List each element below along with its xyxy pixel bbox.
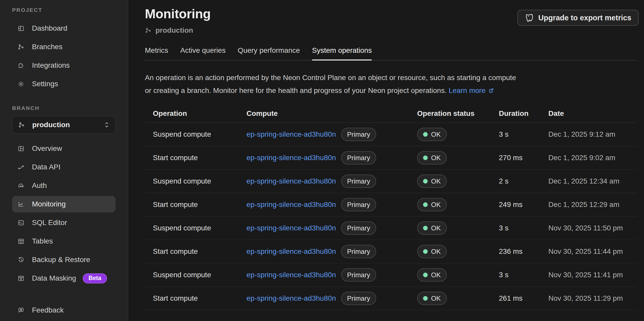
compute-cell: ep-spring-silence-ad3hu80nPrimary <box>246 221 417 235</box>
sidebar-item-data-masking[interactable]: Data MaskingBeta <box>12 269 115 288</box>
sql-editor-icon <box>18 219 24 226</box>
status-cell: OK <box>417 245 499 258</box>
status-cell: OK <box>417 221 499 235</box>
sidebar-item-label: Feedback <box>32 306 64 314</box>
status-label: OK <box>431 178 441 185</box>
compute-endpoint-link[interactable]: ep-spring-silence-ad3hu80n <box>246 130 336 138</box>
breadcrumb: production <box>145 26 644 34</box>
project-nav: DashboardBranchesIntegrationsSettings <box>0 19 128 93</box>
auth-icon <box>18 182 24 189</box>
date-cell: Dec 1, 2025 12:29 am <box>548 201 637 209</box>
primary-badge: Primary <box>341 175 376 188</box>
learn-more-link[interactable]: Learn more <box>449 86 485 94</box>
sidebar-item-sql-editor[interactable]: SQL Editor <box>12 213 115 232</box>
neon-console-app: PROJECT DashboardBranchesIntegrationsSet… <box>0 0 644 321</box>
compute-endpoint-link[interactable]: ep-spring-silence-ad3hu80n <box>246 271 336 279</box>
primary-badge: Primary <box>341 128 376 141</box>
tables-icon <box>18 238 24 245</box>
sidebar-item-label: SQL Editor <box>32 219 67 227</box>
date-cell: Nov 30, 2025 11:29 pm <box>548 294 637 302</box>
status-badge: OK <box>417 175 447 188</box>
sidebar-item-backup-restore[interactable]: Backup & Restore <box>12 250 115 269</box>
primary-badge: Primary <box>341 198 376 211</box>
status-ok-dot <box>423 249 428 254</box>
branch-selector[interactable]: production <box>12 116 115 134</box>
column-header-compute: Compute <box>246 109 417 118</box>
column-header-date: Date <box>548 109 637 118</box>
sidebar-item-label: Monitoring <box>32 200 66 208</box>
table-row: Suspend computeep-spring-silence-ad3hu80… <box>145 170 637 193</box>
tab-system-operations[interactable]: System operations <box>312 46 372 60</box>
compute-endpoint-link[interactable]: ep-spring-silence-ad3hu80n <box>246 154 336 162</box>
description-line-1: An operation is an action performed by t… <box>145 74 516 82</box>
status-ok-dot <box>423 202 428 207</box>
project-section-label: PROJECT <box>12 7 128 13</box>
compute-endpoint-link[interactable]: ep-spring-silence-ad3hu80n <box>246 201 336 209</box>
tab-query-performance[interactable]: Query performance <box>238 46 300 60</box>
compute-cell: ep-spring-silence-ad3hu80nPrimary <box>246 268 417 282</box>
branch-section-label: BRANCH <box>12 105 128 111</box>
duration-cell: 249 ms <box>499 201 548 209</box>
sidebar-item-overview[interactable]: Overview <box>12 139 115 158</box>
status-ok-dot <box>423 273 428 277</box>
chevron-up-down-icon <box>103 120 111 129</box>
sidebar-footer-nav: Feedback <box>0 301 128 319</box>
sidebar-item-feedback[interactable]: Feedback <box>12 301 115 319</box>
compute-endpoint-link[interactable]: ep-spring-silence-ad3hu80n <box>246 224 336 232</box>
operations-table: OperationComputeOperation statusDuration… <box>145 104 637 310</box>
table-header-row: OperationComputeOperation statusDuration… <box>145 104 637 123</box>
sidebar-item-settings[interactable]: Settings <box>12 75 115 93</box>
branches-icon <box>18 44 24 50</box>
branch-nav: OverviewData APIAuthMonitoringSQL Editor… <box>0 139 128 288</box>
table-row: Suspend computeep-spring-silence-ad3hu80… <box>145 216 637 240</box>
status-label: OK <box>431 272 441 278</box>
sidebar-item-auth[interactable]: Auth <box>12 176 115 195</box>
tab-bar: MetricsActive queriesQuery performanceSy… <box>145 46 637 60</box>
data-masking-icon <box>18 275 24 282</box>
compute-endpoint-link[interactable]: ep-spring-silence-ad3hu80n <box>246 294 336 302</box>
operation-cell: Start compute <box>153 294 246 302</box>
date-cell: Dec 1, 2025 9:02 am <box>548 154 637 162</box>
status-badge: OK <box>417 198 447 211</box>
sidebar-item-dashboard[interactable]: Dashboard <box>12 19 115 38</box>
compute-endpoint-link[interactable]: ep-spring-silence-ad3hu80n <box>246 177 336 185</box>
status-cell: OK <box>417 128 499 141</box>
primary-badge: Primary <box>341 151 376 164</box>
date-cell: Nov 30, 2025 11:50 pm <box>548 224 637 232</box>
compute-endpoint-link[interactable]: ep-spring-silence-ad3hu80n <box>246 247 336 256</box>
overview-icon <box>18 145 24 152</box>
upgrade-to-export-metrics-button[interactable]: Upgrade to export metrics <box>517 10 639 26</box>
branch-selector-value: production <box>32 121 103 129</box>
status-badge: OK <box>417 128 447 141</box>
monitoring-icon <box>18 201 24 208</box>
settings-icon <box>18 81 24 88</box>
operation-cell: Start compute <box>153 247 246 256</box>
duration-cell: 3 s <box>499 130 548 138</box>
sidebar-item-label: Data Masking <box>32 274 76 282</box>
date-cell: Dec 1, 2025 9:12 am <box>548 130 637 138</box>
sidebar-item-label: Overview <box>32 144 62 153</box>
status-label: OK <box>431 201 441 208</box>
operation-cell: Suspend compute <box>153 177 246 185</box>
sidebar-item-integrations[interactable]: Integrations <box>12 56 115 75</box>
datadog-dog-icon <box>525 13 534 23</box>
operation-cell: Suspend compute <box>153 130 246 138</box>
sidebar-item-branches[interactable]: Branches <box>12 38 115 56</box>
tab-active-queries[interactable]: Active queries <box>180 46 226 60</box>
compute-cell: ep-spring-silence-ad3hu80nPrimary <box>246 245 417 258</box>
compute-cell: ep-spring-silence-ad3hu80nPrimary <box>246 292 417 305</box>
status-ok-dot <box>423 226 428 230</box>
branch-icon <box>18 122 25 128</box>
external-link-icon <box>488 87 495 94</box>
upgrade-button-label: Upgrade to export metrics <box>538 14 631 22</box>
sidebar-item-monitoring[interactable]: Monitoring <box>12 196 115 212</box>
sidebar-item-tables[interactable]: Tables <box>12 232 115 250</box>
table-body: Suspend computeep-spring-silence-ad3hu80… <box>145 123 637 310</box>
table-row: Start computeep-spring-silence-ad3hu80nP… <box>145 193 637 216</box>
table-row: Start computeep-spring-silence-ad3hu80nP… <box>145 287 637 310</box>
tab-metrics[interactable]: Metrics <box>145 46 168 60</box>
sidebar-item-data-api[interactable]: Data API <box>12 158 115 176</box>
backup-restore-icon <box>18 256 24 263</box>
sidebar-item-label: Dashboard <box>32 24 67 32</box>
status-cell: OK <box>417 292 499 305</box>
